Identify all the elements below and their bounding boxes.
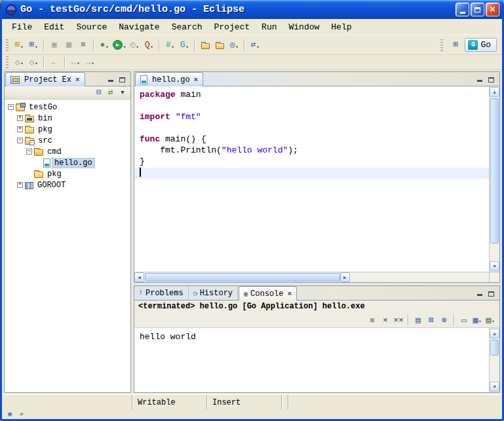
minimize-button[interactable] bbox=[456, 3, 469, 16]
open-console-icon[interactable]: ▤▾ bbox=[484, 314, 497, 327]
tree-item-pkg[interactable]: +pkg bbox=[5, 124, 130, 135]
maximize-console-button[interactable] bbox=[486, 289, 496, 298]
close-icon[interactable]: × bbox=[74, 76, 80, 84]
dropdown-arrow-icon[interactable]: ▾ bbox=[492, 319, 494, 326]
dropdown-arrow-icon[interactable]: ▾ bbox=[35, 61, 37, 68]
dropdown-arrow-icon[interactable]: ▾ bbox=[20, 61, 23, 68]
dropdown-arrow-icon[interactable]: ▾ bbox=[186, 45, 189, 52]
minimize-editor-button[interactable] bbox=[475, 75, 484, 84]
print-icon[interactable]: ≡ bbox=[76, 38, 90, 52]
expand-icon[interactable]: + bbox=[17, 182, 23, 188]
console-vertical-scrollbar[interactable]: ▲ ▼ bbox=[489, 328, 499, 392]
tab-project-explorer[interactable]: Project Ex × bbox=[5, 72, 85, 86]
code-area[interactable]: package mainimport "fmt"func main() { fm… bbox=[134, 86, 489, 272]
expand-icon[interactable]: + bbox=[17, 115, 23, 121]
tree-item-cmd[interactable]: −cmd bbox=[5, 146, 130, 157]
scrollbar-thumb[interactable] bbox=[490, 340, 499, 356]
search-icon[interactable]: ◎▾ bbox=[227, 38, 241, 52]
dropdown-arrow-icon[interactable]: ▾ bbox=[478, 319, 481, 326]
new-go-element-icon[interactable]: ⊞▾ bbox=[26, 38, 41, 52]
pin-console-icon[interactable]: ⊕ bbox=[438, 314, 451, 327]
menu-help[interactable]: Help bbox=[325, 20, 357, 34]
menu-search[interactable]: Search bbox=[166, 20, 208, 34]
scroll-lock-icon[interactable]: ⊠ bbox=[425, 314, 438, 327]
toolbar-grip[interactable] bbox=[6, 39, 9, 51]
clear-console-icon[interactable]: ▭ bbox=[457, 314, 471, 327]
maximize-view-button[interactable] bbox=[117, 75, 127, 84]
new-wizard-icon[interactable]: ⊞▾ bbox=[12, 38, 26, 52]
go-perspective-button[interactable]: G Go bbox=[465, 38, 497, 52]
show-console-on-output-icon[interactable]: ▤ bbox=[412, 314, 425, 327]
menu-navigate[interactable]: Navigate bbox=[113, 20, 165, 34]
menu-window[interactable]: Window bbox=[283, 20, 326, 34]
scroll-down-icon[interactable]: ▼ bbox=[490, 382, 499, 392]
collapse-icon[interactable]: − bbox=[17, 137, 23, 143]
scroll-up-icon[interactable]: ▲ bbox=[490, 87, 499, 97]
console-output[interactable]: hello world bbox=[134, 328, 489, 392]
tree-item-goroot[interactable]: +GOROOT bbox=[5, 179, 130, 191]
collapse-all-icon[interactable]: ⊟ bbox=[93, 87, 105, 99]
close-button[interactable]: × bbox=[486, 3, 499, 16]
dropdown-arrow-icon[interactable]: ▾ bbox=[151, 45, 153, 52]
dropdown-arrow-icon[interactable]: ▾ bbox=[257, 45, 260, 52]
collapse-icon[interactable]: − bbox=[26, 149, 32, 155]
menu-edit[interactable]: Edit bbox=[38, 20, 70, 34]
link-with-editor-icon[interactable]: ⇄ bbox=[105, 87, 117, 99]
tree-item-bin[interactable]: +bin bbox=[5, 113, 130, 124]
display-selected-console-icon[interactable]: ▦▾ bbox=[471, 314, 484, 327]
maximize-button[interactable] bbox=[471, 3, 484, 16]
editor-tab-hello-go[interactable]: hello.go × bbox=[135, 72, 203, 86]
title-bar[interactable]: Go - testGo/src/cmd/hello.go - Eclipse × bbox=[2, 0, 502, 19]
toolbar-grip[interactable] bbox=[440, 39, 443, 51]
expand-icon[interactable]: + bbox=[17, 126, 23, 132]
run-last-tool-icon[interactable]: Q▾ bbox=[142, 38, 156, 52]
menu-file[interactable]: File bbox=[6, 20, 38, 34]
tree-item-testgo[interactable]: −testGo bbox=[5, 101, 130, 113]
editor-vertical-scrollbar[interactable]: ▲ ▼ bbox=[489, 86, 499, 272]
tree-item-hello-go[interactable]: hello.go bbox=[5, 157, 130, 168]
remove-all-terminated-icon[interactable]: ×× bbox=[392, 314, 405, 327]
run-icon[interactable]: ▶▾ bbox=[111, 38, 127, 52]
tab-problems[interactable]: !Problems bbox=[134, 286, 189, 300]
view-menu-icon[interactable]: ▾ bbox=[117, 87, 128, 99]
dropdown-arrow-icon[interactable]: ▾ bbox=[91, 61, 94, 68]
scrollbar-thumb[interactable] bbox=[490, 98, 499, 244]
dropdown-arrow-icon[interactable]: ▾ bbox=[236, 45, 239, 52]
close-icon[interactable]: × bbox=[193, 76, 199, 84]
remove-launch-icon[interactable]: × bbox=[379, 314, 392, 327]
scroll-left-icon[interactable]: ◀ bbox=[134, 272, 144, 282]
dropdown-arrow-icon[interactable]: ▾ bbox=[136, 45, 139, 52]
dropdown-arrow-icon[interactable]: ▾ bbox=[106, 45, 108, 52]
menu-run[interactable]: Run bbox=[256, 20, 282, 34]
scrollbar-thumb[interactable] bbox=[145, 273, 340, 282]
menu-project[interactable]: Project bbox=[208, 20, 256, 34]
dropdown-arrow-icon[interactable]: ▾ bbox=[77, 61, 79, 68]
dropdown-arrow-icon[interactable]: ▾ bbox=[35, 45, 37, 52]
collapse-icon[interactable]: − bbox=[8, 104, 14, 110]
maximize-editor-button[interactable] bbox=[486, 75, 496, 84]
close-icon[interactable]: × bbox=[286, 290, 292, 298]
minimize-view-button[interactable] bbox=[106, 75, 115, 84]
new-go-file-icon[interactable]: G▾ bbox=[177, 38, 191, 52]
last-edit-location-icon[interactable]: ← bbox=[47, 56, 62, 69]
tree-item-pkg[interactable]: pkg bbox=[5, 168, 130, 179]
open-folder-icon[interactable] bbox=[212, 38, 227, 52]
workspace-sync-status-icon[interactable]: ⇄ bbox=[17, 411, 26, 418]
new-go-app-icon[interactable]: #▾ bbox=[163, 38, 177, 52]
debug-icon[interactable]: ●▾ bbox=[97, 38, 111, 52]
scroll-up-icon[interactable]: ▲ bbox=[490, 329, 499, 339]
open-resource-icon[interactable] bbox=[198, 38, 212, 52]
scroll-right-icon[interactable]: ▶ bbox=[340, 272, 350, 282]
dropdown-arrow-icon[interactable]: ▾ bbox=[172, 45, 174, 52]
toolbar-grip[interactable] bbox=[6, 56, 9, 68]
dropdown-arrow-icon[interactable]: ▾ bbox=[20, 45, 23, 52]
dropdown-arrow-icon[interactable]: ▾ bbox=[123, 45, 126, 52]
team-synchronize-icon[interactable]: ⇄▾ bbox=[248, 38, 262, 52]
tab-history[interactable]: ◷History bbox=[189, 286, 238, 300]
tab-console[interactable]: ▣Console× bbox=[239, 286, 297, 301]
scroll-down-icon[interactable]: ▼ bbox=[490, 261, 499, 271]
open-perspective-button[interactable]: ⊞ bbox=[448, 38, 463, 52]
minimize-console-button[interactable] bbox=[475, 289, 484, 298]
go-build-status-icon[interactable]: ▣ bbox=[5, 411, 14, 418]
editor-horizontal-scrollbar[interactable]: ◀ ▶ bbox=[134, 272, 489, 282]
